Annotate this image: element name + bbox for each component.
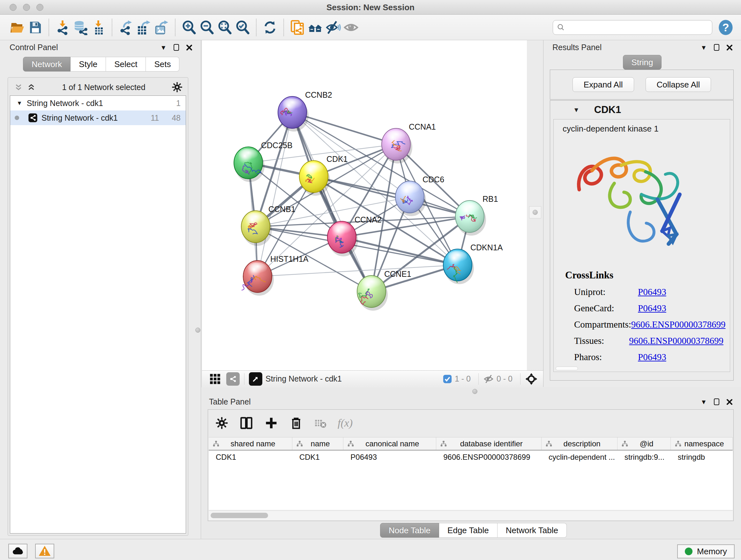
search-input[interactable]: [553, 20, 712, 35]
string-show-glass-icon[interactable]: [342, 18, 360, 37]
string-hide-glass-icon[interactable]: [324, 18, 342, 37]
open-in-window-icon[interactable]: [249, 372, 262, 386]
table-cell[interactable]: stringdb: [671, 453, 733, 462]
network-node-CDC25B[interactable]: CDC25B: [234, 141, 293, 182]
panel-float-icon[interactable]: ▼: [160, 44, 166, 51]
column-header-canonical-name[interactable]: canonical name: [343, 437, 436, 450]
panel-maximize-icon[interactable]: [714, 44, 719, 51]
bottom-splitter-handle[interactable]: [472, 389, 477, 394]
import-network-database-icon[interactable]: [71, 18, 89, 37]
table-cell[interactable]: P06493: [343, 453, 436, 462]
memory-button[interactable]: Memory: [677, 544, 735, 558]
network-node-CCNB2[interactable]: CCNB2: [278, 90, 332, 132]
string-home-icon[interactable]: [307, 18, 324, 37]
collapse-all-button[interactable]: Collapse All: [646, 77, 711, 92]
import-table-file-icon[interactable]: [89, 18, 107, 37]
tab-node-table[interactable]: Node Table: [380, 523, 439, 538]
add-column-icon[interactable]: [264, 416, 278, 430]
crosslink-link[interactable]: P06493: [638, 287, 666, 297]
network-node-CCNA1[interactable]: CCNA1: [382, 122, 436, 164]
selected-checkbox-icon[interactable]: [443, 374, 452, 384]
help-icon[interactable]: ?: [718, 19, 734, 36]
network-node-CDK1[interactable]: CDK1: [299, 154, 348, 196]
column-header-description[interactable]: description: [542, 437, 617, 450]
crosslink-link[interactable]: P06493: [638, 352, 666, 362]
network-node-CDKN1A[interactable]: CDKN1A: [443, 243, 503, 284]
column-header-database-identifier[interactable]: database identifier: [436, 437, 542, 450]
scrollbar-thumb[interactable]: [211, 513, 268, 518]
table-cell[interactable]: stringdb:9...: [617, 453, 671, 462]
tab-style[interactable]: Style: [71, 57, 106, 71]
tab-network-table[interactable]: Network Table: [497, 523, 567, 538]
network-options-gear-icon[interactable]: [172, 81, 183, 93]
network-edge[interactable]: [342, 237, 458, 265]
crosslink-link[interactable]: 9606.ENSP00000378699: [631, 319, 726, 330]
show-columns-icon[interactable]: [239, 416, 253, 430]
delete-column-icon[interactable]: [289, 416, 303, 430]
network-canvas[interactable]: CCNB2CCNA1CDC25BCDK1CDC6RB1CCNB1CCNA2CDK…: [202, 40, 527, 370]
column-header-name[interactable]: name: [292, 437, 343, 450]
network-edge[interactable]: [292, 112, 372, 292]
network-node-CDC6[interactable]: CDC6: [395, 175, 444, 216]
panel-maximize-icon[interactable]: [174, 44, 179, 51]
table-row[interactable]: CDK1CDK1P064939606.ENSP00000378699cyclin…: [209, 450, 733, 464]
zoom-out-icon[interactable]: [198, 18, 216, 37]
export-image-icon[interactable]: [152, 18, 171, 37]
panel-float-icon[interactable]: ▼: [700, 44, 707, 51]
table-settings-gear-icon[interactable]: [215, 416, 228, 430]
hidden-eye-icon[interactable]: [483, 374, 494, 384]
collapse-all-icon[interactable]: [14, 82, 23, 92]
export-table-icon[interactable]: [135, 18, 152, 37]
tab-network[interactable]: Network: [23, 57, 71, 71]
column-header-namespace[interactable]: namespace: [671, 437, 733, 450]
column-header-shared-name[interactable]: shared name: [209, 437, 292, 450]
zoom-in-icon[interactable]: [180, 18, 198, 37]
gene-collapse-icon[interactable]: ▼: [573, 106, 580, 114]
right-splitter-bar[interactable]: [527, 40, 543, 370]
birdseye-navigator-icon[interactable]: [525, 373, 538, 385]
network-collection-row[interactable]: ▼ String Network - cdk1 1: [10, 96, 186, 111]
network-node-HIST1H1A[interactable]: HIST1H1A: [242, 254, 309, 296]
network-edge[interactable]: [314, 177, 470, 216]
panel-close-icon[interactable]: [186, 44, 192, 51]
tab-select[interactable]: Select: [106, 57, 146, 71]
grid-view-icon[interactable]: [209, 373, 221, 385]
tab-edge-table[interactable]: Edge Table: [439, 523, 497, 538]
network-node-CCNE1[interactable]: CCNE1: [357, 269, 411, 311]
right-splitter-handle[interactable]: [529, 206, 541, 219]
tab-sets[interactable]: Sets: [146, 57, 179, 71]
tab-string[interactable]: String: [623, 55, 662, 70]
crosslink-link[interactable]: P06493: [638, 303, 666, 314]
table-horizontal-scrollbar[interactable]: [209, 510, 733, 520]
save-session-icon[interactable]: [26, 18, 44, 37]
table-cell[interactable]: CDK1: [292, 453, 343, 462]
delete-table-icon[interactable]: [314, 417, 327, 429]
expand-all-icon[interactable]: [26, 82, 36, 92]
panel-close-icon[interactable]: [726, 399, 733, 405]
table-cell[interactable]: cyclin-dependent ...: [542, 453, 617, 462]
tree-expand-icon[interactable]: ▼: [17, 100, 22, 107]
crosslink-link[interactable]: 9606.ENSP00000378699: [629, 335, 724, 346]
share-view-icon[interactable]: [226, 372, 240, 386]
panel-maximize-icon[interactable]: [714, 398, 719, 405]
network-row-selected[interactable]: String Network - cdk1 11 48: [10, 111, 186, 125]
expand-all-button[interactable]: Expand All: [572, 77, 634, 92]
function-builder-icon[interactable]: f(x): [338, 417, 353, 429]
import-network-file-icon[interactable]: [54, 18, 71, 37]
refresh-network-icon[interactable]: [261, 18, 279, 37]
panel-close-icon[interactable]: [726, 44, 733, 51]
network-node-RB1[interactable]: RB1: [455, 194, 498, 236]
table-cell[interactable]: 9606.ENSP00000378699: [436, 453, 542, 462]
warning-button[interactable]: [35, 544, 54, 558]
zoom-selected-icon[interactable]: [233, 18, 252, 37]
panel-float-icon[interactable]: ▼: [700, 399, 707, 405]
cloud-button[interactable]: [8, 544, 27, 558]
table-cell[interactable]: CDK1: [209, 453, 292, 462]
string-copy-network-icon[interactable]: [288, 18, 307, 37]
column-header-@id[interactable]: @id: [617, 437, 671, 450]
results-scrollbar-stub[interactable]: [556, 367, 578, 370]
export-network-icon[interactable]: [117, 18, 135, 37]
zoom-fit-icon[interactable]: [216, 18, 233, 37]
open-session-icon[interactable]: [8, 18, 26, 37]
left-splitter-handle[interactable]: [195, 327, 200, 333]
